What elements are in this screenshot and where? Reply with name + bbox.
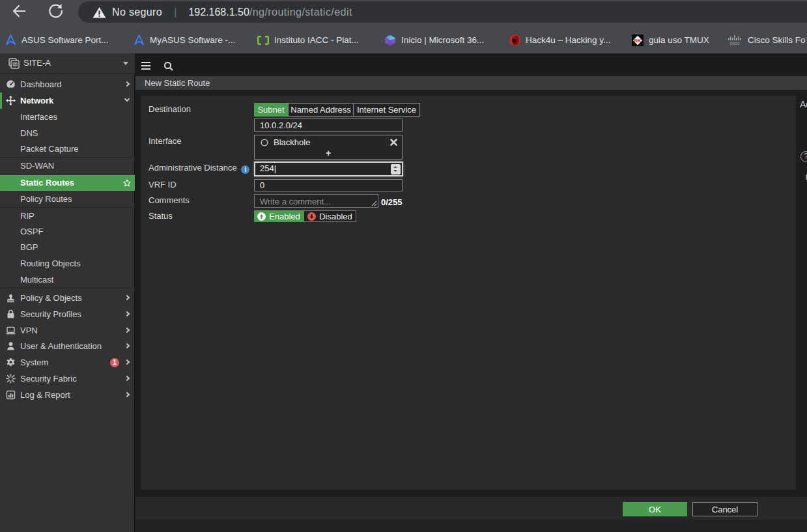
svg-text:NK: NK bbox=[634, 37, 642, 43]
svg-text:cisco: cisco bbox=[730, 41, 740, 46]
